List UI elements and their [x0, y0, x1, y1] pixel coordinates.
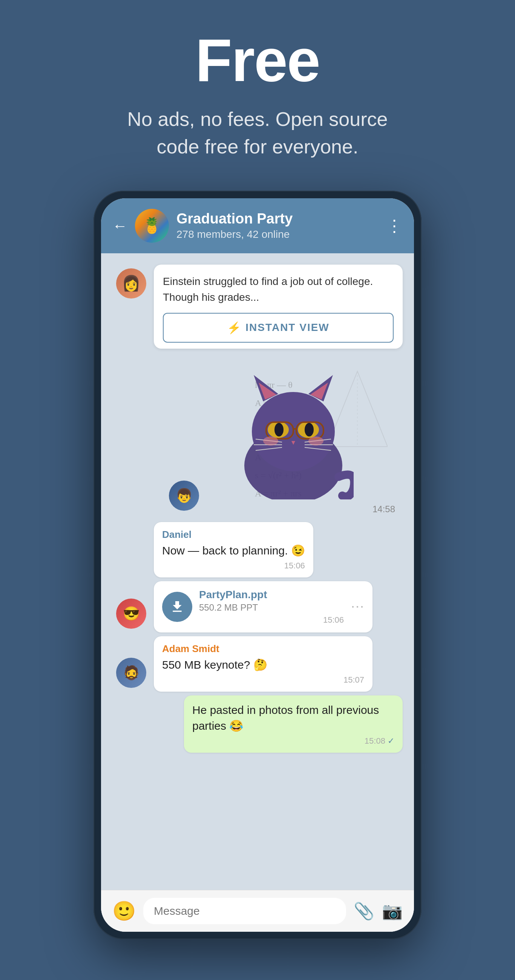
daniel-bubble: Daniel Now — back to planning. 😉 15:06	[154, 522, 313, 578]
hero-title: Free	[195, 30, 320, 91]
own-message-row: He pasted in photos from all previous pa…	[154, 695, 403, 753]
daniel-text: Now — back to planning. 😉	[162, 543, 305, 558]
file-time: 15:06	[199, 615, 344, 625]
instant-view-button[interactable]: ⚡ INSTANT VIEW	[163, 313, 394, 343]
chat-header: ← 🍍 Graduation Party 278 members, 42 onl…	[101, 198, 414, 253]
phone-outer: ← 🍍 Graduation Party 278 members, 42 onl…	[94, 191, 421, 939]
chat-body: 👩 Einstein struggled to find a job out o…	[101, 253, 414, 932]
svg-point-10	[274, 423, 284, 436]
phone-inner: ← 🍍 Graduation Party 278 members, 42 onl…	[101, 198, 414, 932]
article-user-avatar: 👩	[116, 268, 146, 299]
daniel-message-row: Daniel Now — back to planning. 😉 15:06	[154, 522, 403, 578]
hero-section: Free No ads, no fees. Open source code f…	[0, 0, 515, 183]
article-preview-text: Einstein struggled to find a job out of …	[163, 274, 394, 305]
adam-text: 550 MB keynote? 🤔	[162, 657, 364, 673]
adam-sender: Adam Smidt	[162, 643, 364, 655]
input-bar: 🙂 📎 📷	[101, 890, 414, 932]
phone-mockup: ← 🍍 Graduation Party 278 members, 42 onl…	[94, 191, 421, 939]
adam-user-avatar: 🧔	[116, 658, 146, 688]
file-bubble-wrapper: PartyPlan.ppt 550.2 MB PPT 15:06 ⋯	[154, 581, 403, 633]
avatar-guy2: 😎	[116, 598, 146, 629]
cat-sticker	[184, 360, 403, 503]
file-bubble: PartyPlan.ppt 550.2 MB PPT 15:06 ⋯	[154, 581, 373, 633]
lightning-icon: ⚡	[227, 321, 241, 334]
sticker-area: 👦 l = πr — θ A = ½r²θ V = l³ P = 2πr A =…	[154, 360, 403, 518]
daniel-time: 15:06	[162, 561, 305, 571]
back-button[interactable]: ←	[112, 218, 128, 233]
svg-point-23	[308, 436, 324, 445]
hero-subtitle: No ads, no fees. Open source code free f…	[107, 105, 408, 161]
own-time: 15:08 ✓	[192, 736, 394, 746]
file-size: 550.2 MB PPT	[199, 602, 344, 613]
svg-point-11	[305, 423, 314, 436]
adam-time: 15:07	[162, 675, 364, 685]
group-name: Graduation Party	[177, 211, 378, 227]
file-name: PartyPlan.ppt	[199, 589, 344, 601]
article-message-area: 👩 Einstein struggled to find a job out o…	[101, 265, 414, 348]
adam-bubble: Adam Smidt 550 MB keynote? 🤔 15:07	[154, 636, 373, 692]
avatar-girl: 👩	[116, 268, 146, 299]
file-user-avatar: 😎	[116, 598, 146, 629]
sticker-time: 14:58	[373, 504, 395, 514]
file-info: PartyPlan.ppt 550.2 MB PPT 15:06	[199, 589, 344, 625]
instant-view-label: INSTANT VIEW	[246, 321, 330, 334]
file-more-options[interactable]: ⋯	[351, 599, 364, 615]
emoji-button[interactable]: 🙂	[112, 900, 136, 922]
chat-info: Graduation Party 278 members, 42 online	[177, 211, 378, 240]
article-bubble: Einstein struggled to find a job out of …	[154, 265, 403, 348]
adam-message-area: 🧔 Adam Smidt 550 MB keynote? 🤔 15:07	[101, 636, 403, 692]
adam-bubble-wrapper: Adam Smidt 550 MB keynote? 🤔 15:07	[154, 636, 403, 692]
file-message-area: 😎 PartyPlan.ppt 550.2	[101, 581, 403, 633]
own-bubble: He pasted in photos from all previous pa…	[184, 695, 403, 753]
download-button[interactable]	[162, 592, 192, 622]
avatar-image: 🍍	[135, 209, 169, 243]
attach-button[interactable]: 📎	[354, 901, 375, 921]
svg-point-22	[263, 436, 278, 445]
message-input[interactable]	[143, 898, 346, 924]
daniel-sender: Daniel	[162, 529, 305, 541]
group-avatar: 🍍	[135, 209, 169, 243]
more-options-button[interactable]: ⋮	[386, 216, 403, 235]
read-checkmark: ✓	[387, 736, 394, 746]
avatar-guy3: 🧔	[116, 658, 146, 688]
group-meta: 278 members, 42 online	[177, 228, 378, 240]
cat-svg	[233, 364, 354, 500]
download-icon	[170, 599, 185, 614]
camera-button[interactable]: 📷	[382, 901, 403, 921]
own-text: He pasted in photos from all previous pa…	[192, 702, 394, 734]
